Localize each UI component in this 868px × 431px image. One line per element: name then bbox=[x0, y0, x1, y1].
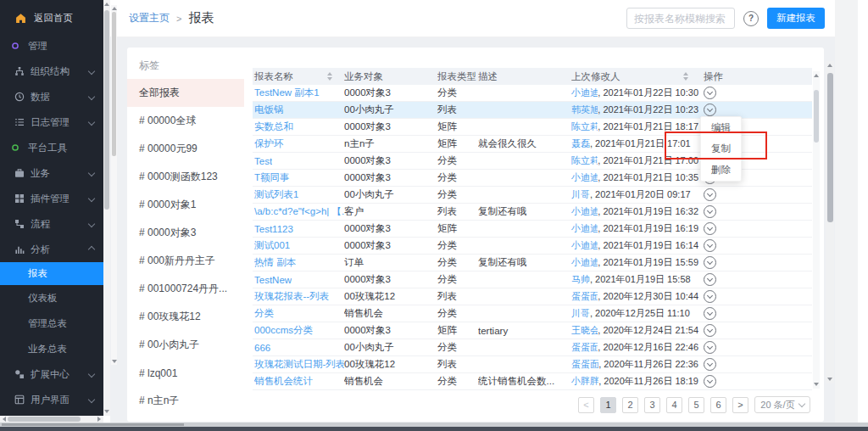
tag-item[interactable]: # 000新丹丹主子 bbox=[127, 247, 244, 275]
report-name-link[interactable]: 热情 副本 bbox=[254, 256, 296, 269]
row-actions-icon[interactable] bbox=[704, 256, 716, 269]
create-report-button[interactable]: 新建报表 bbox=[767, 8, 825, 29]
sort-icon[interactable] bbox=[327, 72, 332, 81]
report-name-link[interactable]: 000ccms分类 bbox=[254, 324, 313, 337]
menu-item-delete[interactable]: 删除 bbox=[701, 160, 741, 181]
table-row[interactable]: 玫瑰花测试日期-列表00玫瑰花12列表蛋蛋面, 2020年11月26日 22:3… bbox=[253, 356, 812, 373]
report-name-link[interactable]: Test1123 bbox=[254, 224, 293, 234]
row-actions-icon[interactable] bbox=[704, 273, 716, 286]
row-actions-icon[interactable] bbox=[704, 307, 716, 320]
tag-item[interactable]: # 00小肉丸子 bbox=[127, 331, 244, 359]
table-row[interactable]: 66600小肉丸子分类蛋蛋面, 2020年12月16日 22:46 bbox=[253, 339, 812, 356]
column-last-modified[interactable]: 上次修改人 bbox=[571, 70, 698, 83]
scroll-down-icon[interactable] bbox=[112, 360, 117, 363]
column-report-name[interactable]: 报表名称 bbox=[253, 70, 344, 83]
sidebar-item-report[interactable]: 报表 bbox=[0, 262, 103, 285]
scroll-up-icon[interactable] bbox=[827, 64, 832, 67]
report-name-link[interactable]: 玫瑰花报表--列表 bbox=[254, 290, 329, 303]
sidebar-item-management-summary[interactable]: 管理总表 bbox=[0, 311, 103, 336]
modifier-link[interactable]: 马帅 bbox=[571, 273, 590, 286]
sidebar-item-platform-tools[interactable]: 平台工具 bbox=[0, 135, 103, 160]
row-actions-icon[interactable] bbox=[704, 104, 716, 116]
table-row[interactable]: TestNew0000对象3分类马帅, 2021年01月19日 15:58 bbox=[253, 271, 812, 288]
tag-item[interactable]: # 0000对象1 bbox=[127, 191, 244, 219]
page-size-select[interactable]: 20 条/页 bbox=[754, 396, 810, 413]
page-button-6[interactable]: 6 bbox=[710, 397, 726, 413]
modifier-link[interactable]: 小迪迪 bbox=[571, 205, 598, 218]
table-row[interactable]: 销售机会统计销售机会分类统计销售机会数...小胖胖, 2020年11月26日 1… bbox=[253, 373, 812, 390]
report-name-link[interactable]: 玫瑰花测试日期-列表 bbox=[254, 358, 344, 371]
report-name-link[interactable]: TestNew 副本1 bbox=[254, 87, 320, 99]
report-name-link[interactable]: Test bbox=[254, 156, 272, 166]
sidebar-vertical-scrollbar[interactable] bbox=[103, 0, 110, 416]
sidebar-item-business-summary[interactable]: 业务总表 bbox=[0, 336, 103, 361]
scroll-down-icon[interactable] bbox=[827, 378, 832, 381]
page-button-3[interactable]: 3 bbox=[644, 397, 660, 413]
table-row[interactable]: 测试列表100小肉丸子分类川哥, 2021年01月20日 09:17 bbox=[253, 187, 812, 204]
help-icon[interactable]: ? bbox=[743, 11, 759, 26]
scrollbar-thumb[interactable] bbox=[2, 423, 184, 426]
modifier-link[interactable]: 小迪迪 bbox=[571, 171, 598, 184]
page-button-2[interactable]: 2 bbox=[622, 397, 638, 413]
row-actions-icon[interactable] bbox=[704, 205, 716, 218]
tag-item[interactable]: 全部报表 bbox=[127, 79, 244, 107]
scrollbar-thumb[interactable] bbox=[827, 73, 833, 222]
modifier-link[interactable]: 陈立莉 bbox=[571, 154, 598, 167]
scroll-down-icon[interactable] bbox=[814, 383, 819, 386]
tag-item[interactable]: # 00000元99 bbox=[127, 135, 244, 163]
modifier-link[interactable]: 蛋蛋面 bbox=[571, 358, 598, 371]
table-row[interactable]: \a/b:c*d?e"f<g>h| 【...客户列表复制还有哦小迪迪, 2021… bbox=[253, 204, 812, 221]
scroll-down-icon[interactable] bbox=[104, 410, 109, 413]
modifier-link[interactable]: 蛋蛋面 bbox=[571, 290, 598, 303]
row-actions-icon[interactable] bbox=[704, 239, 716, 252]
tag-item[interactable]: # lzq001 bbox=[127, 359, 244, 387]
modifier-link[interactable]: 聂磊 bbox=[571, 137, 590, 150]
report-name-link[interactable]: 测试列表1 bbox=[254, 188, 298, 201]
tag-item[interactable]: # 00000全球 bbox=[127, 107, 244, 135]
modifier-link[interactable]: 韩英旭 bbox=[571, 104, 598, 116]
report-search-input[interactable] bbox=[626, 8, 735, 29]
prev-page-button[interactable]: < bbox=[578, 397, 594, 413]
report-name-link[interactable]: 测试001 bbox=[254, 239, 290, 252]
report-name-link[interactable]: 销售机会统计 bbox=[254, 375, 313, 388]
sidebar-horizontal-scrollbar[interactable] bbox=[0, 416, 103, 423]
table-row[interactable]: TestNew 副本10000对象3分类小迪迪, 2021年01月22日 10:… bbox=[253, 85, 812, 102]
sidebar-item-data[interactable]: 数据 bbox=[0, 84, 103, 109]
sidebar-item-plugin-management[interactable]: 插件管理 bbox=[0, 186, 103, 211]
sort-icon[interactable] bbox=[683, 72, 688, 81]
scroll-up-icon[interactable] bbox=[104, 3, 109, 6]
tag-item[interactable]: # PIPI bbox=[127, 415, 244, 422]
report-name-link[interactable]: 保护环 bbox=[254, 137, 284, 150]
report-name-link[interactable]: TestNew bbox=[254, 275, 292, 285]
sidebar-item-process[interactable]: 流程 bbox=[0, 211, 103, 237]
tag-item[interactable]: # 0000测函数123 bbox=[127, 163, 244, 191]
tag-list-scrollbar[interactable] bbox=[111, 5, 117, 365]
tag-item[interactable]: # 0000对象3 bbox=[127, 219, 244, 247]
modifier-link[interactable]: 小迪迪 bbox=[571, 256, 598, 269]
report-name-link[interactable]: \a/b:c*d?e"f<g>h| 【... bbox=[254, 205, 344, 218]
modifier-link[interactable]: 陈立莉 bbox=[571, 120, 598, 133]
table-row[interactable]: 热情 副本订单分类复制还有哦小迪迪, 2021年01月19日 15:59 bbox=[253, 255, 812, 271]
sidebar-item-extension-center[interactable]: 扩展中心 bbox=[0, 361, 103, 387]
modifier-link[interactable]: 川哥 bbox=[571, 307, 590, 320]
row-actions-icon[interactable] bbox=[704, 87, 716, 99]
next-page-button[interactable]: > bbox=[732, 397, 748, 413]
tag-item[interactable]: # n主n子 bbox=[127, 387, 244, 415]
scrollbar-thumb[interactable] bbox=[8, 417, 81, 422]
row-actions-icon[interactable] bbox=[704, 375, 716, 388]
scroll-up-icon[interactable] bbox=[814, 74, 819, 77]
table-row[interactable]: 分类销售机会分类川哥, 2020年12月25日 11:10 bbox=[253, 305, 812, 322]
table-row[interactable]: 玫瑰花报表--列表00玫瑰花12列表蛋蛋面, 2020年12月30日 10:44 bbox=[253, 288, 812, 305]
sidebar-item-home[interactable]: 返回首页 bbox=[0, 3, 103, 33]
scrollbar-thumb[interactable] bbox=[104, 10, 109, 210]
page-button-4[interactable]: 4 bbox=[666, 397, 682, 413]
row-actions-icon[interactable] bbox=[704, 324, 716, 337]
modifier-link[interactable]: 小迪迪 bbox=[571, 222, 598, 235]
modifier-link[interactable]: 小胖胖 bbox=[571, 375, 598, 388]
scroll-right-icon[interactable] bbox=[97, 417, 101, 422]
report-name-link[interactable]: 电饭锅 bbox=[254, 104, 284, 116]
report-name-link[interactable]: 666 bbox=[254, 343, 270, 353]
sidebar-item-dashboard[interactable]: 仪表板 bbox=[0, 285, 103, 311]
scroll-up-icon[interactable] bbox=[112, 7, 117, 10]
report-name-link[interactable]: 实数总和 bbox=[254, 120, 293, 133]
